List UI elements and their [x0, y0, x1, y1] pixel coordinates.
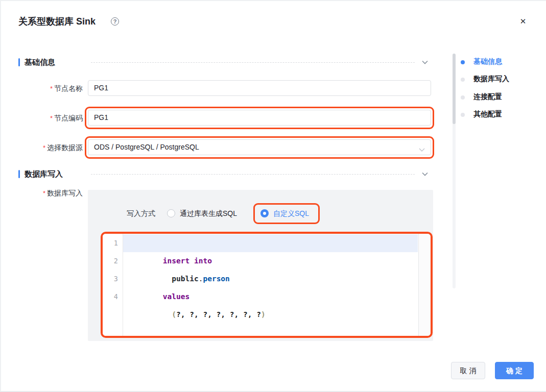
radio-generate-sql-label[interactable]: 通过库表生成SQL — [180, 209, 237, 218]
required-mark: * — [50, 85, 53, 92]
anchor-label: 其他配置 — [473, 110, 502, 119]
code-token: ) — [261, 310, 266, 318]
section-accent-bar — [18, 58, 20, 66]
radio-generate-sql[interactable] — [167, 209, 175, 217]
code-line: public.person — [127, 252, 230, 270]
line-number: 1 — [103, 234, 118, 252]
code-token: person — [203, 275, 229, 283]
anchor-label: 基础信息 — [473, 57, 502, 66]
section-title-basic: 基础信息 — [25, 58, 55, 67]
datasource-select[interactable]: ODS / PostgreSQL / PostgreSQL — [88, 139, 431, 155]
line-number-gutter: 1 2 3 4 — [103, 234, 123, 336]
cancel-button[interactable]: 取 消 — [451, 362, 485, 379]
dialog-title: 关系型数据库 Sink — [18, 15, 96, 28]
radio-custom-sql[interactable] — [260, 209, 269, 217]
collapse-chevron-icon[interactable] — [422, 172, 427, 177]
node-code-label: *节点编码 — [18, 114, 83, 123]
anchor-dot — [461, 95, 465, 100]
datasource-label: *选择数据源 — [18, 143, 83, 153]
close-icon[interactable]: ✕ — [517, 15, 529, 28]
dialog-left-edge — [0, 0, 1, 392]
anchor-dot — [461, 60, 465, 64]
code-token — [163, 310, 172, 318]
anchor-label: 数据库写入 — [473, 75, 509, 84]
section-title-db-write: 数据库写入 — [25, 169, 63, 179]
code-line: (?, ?, ?, ?, ?, ?, ?) — [127, 288, 266, 306]
confirm-button[interactable]: 确 定 — [495, 362, 534, 379]
section-accent-bar — [18, 170, 20, 178]
sink-config-dialog: 关系型数据库 Sink ? ✕ 基础信息 *节点名称 PG1 *节点编码 PG1… — [0, 0, 546, 392]
code-line: insert into — [127, 234, 212, 252]
radio-custom-sql-label[interactable]: 自定义SQL — [273, 209, 309, 218]
highlight-box-sql-editor: 1 2 3 4 insert into public.person values… — [101, 232, 433, 338]
line-number: 2 — [103, 252, 118, 270]
write-mode-label: 写入方式 — [127, 209, 155, 218]
line-number: 4 — [103, 288, 118, 306]
code-token: ( — [172, 310, 176, 318]
db-write-label: *数据库写入 — [18, 189, 83, 198]
anchor-dot — [461, 113, 465, 117]
node-name-input[interactable]: PG1 — [88, 80, 431, 96]
help-icon[interactable]: ? — [111, 17, 119, 26]
anchor-dot — [461, 78, 465, 82]
code-token: ?, ?, ?, ?, ?, ?, ? — [176, 310, 261, 318]
node-code-input[interactable]: PG1 — [88, 110, 431, 126]
anchor-label: 连接配置 — [473, 92, 502, 102]
node-name-label: *节点名称 — [18, 84, 83, 93]
line-number: 3 — [103, 270, 118, 288]
editor-scrollbar[interactable] — [418, 234, 431, 336]
sql-code-editor[interactable]: 1 2 3 4 insert into public.person values… — [103, 234, 431, 336]
dialog-scrollbar-thumb[interactable] — [453, 54, 456, 124]
code-line: values — [127, 270, 189, 288]
select-chevron-icon — [419, 145, 425, 154]
collapse-chevron-icon[interactable] — [422, 60, 427, 65]
section-divider — [91, 174, 415, 175]
section-divider — [91, 62, 415, 63]
dialog-top-edge — [0, 0, 546, 1]
